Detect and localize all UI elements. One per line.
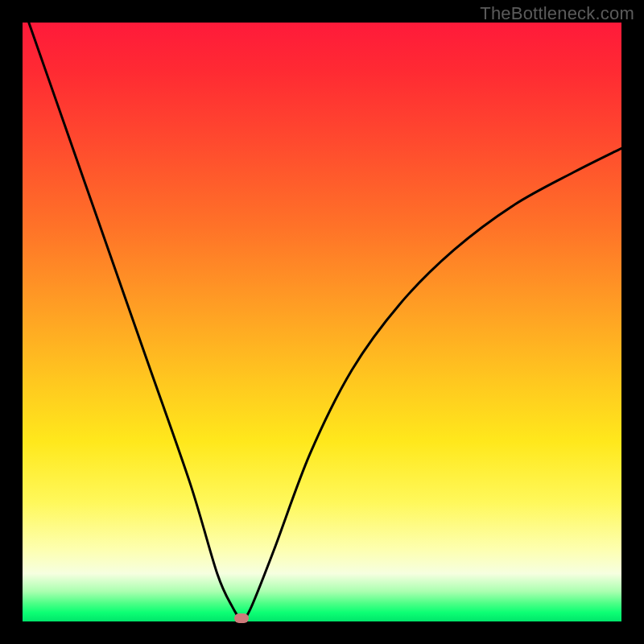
plot-area — [23, 23, 621, 621]
chart-container: TheBottleneck.com — [0, 0, 644, 644]
watermark-text: TheBottleneck.com — [480, 3, 634, 24]
optimum-marker — [234, 613, 249, 623]
curve-layer — [23, 23, 621, 621]
bottleneck-curve — [23, 23, 621, 619]
